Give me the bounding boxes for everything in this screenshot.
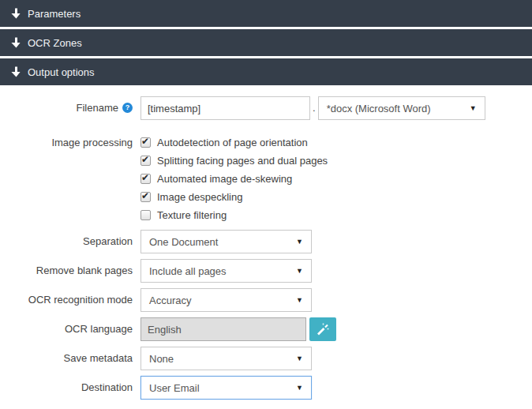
collapse-arrow-icon xyxy=(11,37,21,48)
image-processing-label: Image processing xyxy=(0,133,133,224)
section-header-ocr-zones[interactable]: OCR Zones xyxy=(0,29,532,56)
ocr-recognition-mode-label: OCR recognition mode xyxy=(0,288,133,312)
checkbox-label[interactable]: Splitting facing pages and dual pages xyxy=(157,155,328,167)
destination-selected-value: User Email xyxy=(149,382,200,394)
remove-blank-pages-select[interactable]: Include all pages ▼ xyxy=(140,259,312,283)
ocr-recognition-mode-select[interactable]: Accuracy ▼ xyxy=(140,288,312,312)
save-metadata-select[interactable]: None ▼ xyxy=(140,347,312,370)
separation-row: Separation One Document ▼ xyxy=(0,230,532,253)
checkbox-splitting-pages[interactable]: Splitting facing pages and dual pages xyxy=(140,152,328,170)
output-options-form: Filename? . *docx (Microsoft Word) ▼ Ima… xyxy=(0,88,532,400)
remove-blank-pages-row: Remove blank pages Include all pages ▼ xyxy=(0,259,532,283)
image-processing-row: Image processing Autodetection of page o… xyxy=(0,133,532,224)
magic-wand-icon xyxy=(315,321,331,337)
dropdown-arrow-icon: ▼ xyxy=(296,238,303,246)
checkbox-icon[interactable] xyxy=(140,137,151,148)
checkbox-label[interactable]: Automated image de-skewing xyxy=(157,173,292,185)
ocr-recognition-mode-row: OCR recognition mode Accuracy ▼ xyxy=(0,288,532,312)
destination-label: Destination xyxy=(0,376,133,400)
ocr-language-input xyxy=(140,317,306,341)
ocr-language-row: OCR language xyxy=(0,317,532,341)
save-metadata-row: Save metadata None ▼ xyxy=(0,347,532,370)
checkbox-icon[interactable] xyxy=(140,174,151,184)
checkbox-icon[interactable] xyxy=(140,156,151,166)
file-format-selected-value: *docx (Microsoft Word) xyxy=(327,103,431,114)
ocr-language-picker-button[interactable] xyxy=(309,317,336,341)
dropdown-arrow-icon: ▼ xyxy=(470,105,477,112)
section-title: Parameters xyxy=(28,8,81,20)
destination-select[interactable]: User Email ▼ xyxy=(140,376,312,400)
separation-select[interactable]: One Document ▼ xyxy=(140,230,312,253)
save-metadata-label: Save metadata xyxy=(0,347,133,370)
section-header-output-options[interactable]: Output options xyxy=(0,58,532,85)
checkbox-despeckling[interactable]: Image despeckling xyxy=(140,188,328,206)
collapse-arrow-icon xyxy=(11,8,21,19)
ocr-recognition-mode-selected-value: Accuracy xyxy=(149,295,191,306)
checkbox-label[interactable]: Autodetection of page orientation xyxy=(157,137,308,148)
checkbox-label[interactable]: Texture filtering xyxy=(157,209,227,221)
collapse-arrow-icon xyxy=(11,66,21,77)
checkbox-deskewing[interactable]: Automated image de-skewing xyxy=(140,170,328,188)
dropdown-arrow-icon: ▼ xyxy=(296,297,303,304)
section-title: OCR Zones xyxy=(28,37,82,49)
section-title: Output options xyxy=(28,66,95,78)
dropdown-arrow-icon: ▼ xyxy=(296,268,303,275)
destination-row: Destination User Email ▼ xyxy=(0,376,532,400)
filename-row: Filename? . *docx (Microsoft Word) ▼ xyxy=(0,96,532,120)
separation-label: Separation xyxy=(0,230,133,253)
checkbox-icon[interactable] xyxy=(140,192,151,202)
checkbox-texture-filtering[interactable]: Texture filtering xyxy=(140,206,328,224)
help-icon[interactable]: ? xyxy=(122,103,133,113)
checkbox-autodetect-orientation[interactable]: Autodetection of page orientation xyxy=(140,133,328,152)
ocr-language-label: OCR language xyxy=(0,317,133,341)
remove-blank-pages-label: Remove blank pages xyxy=(0,259,133,283)
separation-selected-value: One Document xyxy=(149,236,218,248)
section-header-parameters[interactable]: Parameters xyxy=(0,0,532,27)
save-metadata-selected-value: None xyxy=(149,353,174,365)
filename-input[interactable] xyxy=(140,96,310,120)
dropdown-arrow-icon: ▼ xyxy=(296,385,303,392)
checkbox-icon[interactable] xyxy=(140,210,151,220)
filename-extension-dot: . xyxy=(313,96,316,120)
checkbox-label[interactable]: Image despeckling xyxy=(157,191,242,203)
file-format-select[interactable]: *docx (Microsoft Word) ▼ xyxy=(318,96,485,120)
dropdown-arrow-icon: ▼ xyxy=(296,355,303,362)
filename-label: Filename? xyxy=(0,96,133,120)
remove-blank-pages-selected-value: Include all pages xyxy=(149,265,227,277)
